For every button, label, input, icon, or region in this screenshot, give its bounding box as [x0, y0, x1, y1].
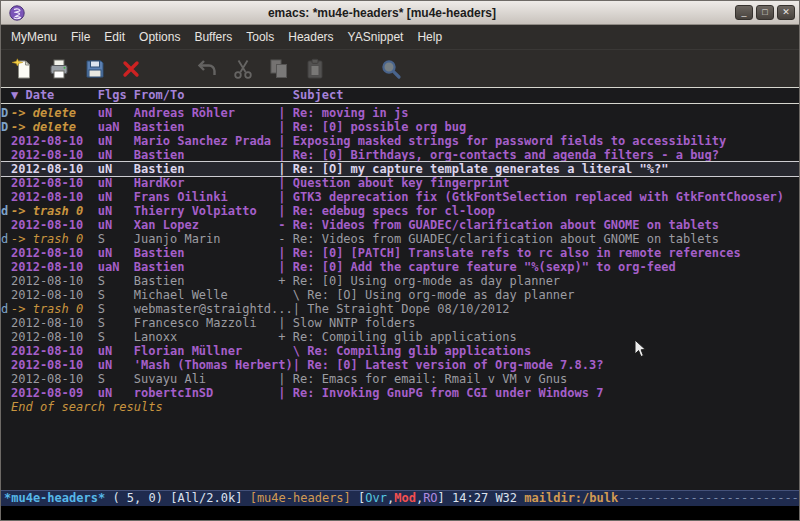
titlebar: emacs: *mu4e-headers* [mu4e-headers] _ □… — [1, 1, 799, 25]
menu-item-options[interactable]: Options — [132, 26, 187, 48]
menu-item-headers[interactable]: Headers — [281, 26, 340, 48]
menu-item-buffers[interactable]: Buffers — [187, 26, 239, 48]
message-date: 2012-08-10 — [11, 274, 98, 288]
message-flags: uN — [98, 344, 134, 358]
message-row[interactable]: d-> trash 0 uN Thierry Volpiatto | Re: e… — [1, 204, 799, 218]
menubar: MyMenuFileEditOptionsBuffersToolsHeaders… — [1, 25, 799, 49]
modeline-filler-dashes: ----------------------------------------… — [618, 491, 799, 505]
message-flags: uN — [98, 204, 134, 218]
close-buffer-button[interactable] — [113, 53, 149, 85]
message-flags: uaN — [98, 120, 134, 134]
menu-item-file[interactable]: File — [64, 26, 97, 48]
message-from: Suvayu Ali — [134, 372, 279, 386]
menu-item-yasnippet[interactable]: YASnippet — [341, 26, 411, 48]
message-date: 2012-08-10 — [11, 316, 98, 330]
print-button[interactable] — [41, 53, 77, 85]
message-from: Bastien — [134, 274, 279, 288]
message-subject: | Re: [O] my capture template generates … — [278, 162, 668, 176]
message-subject: | Re: [0] [PATCH] Translate refs to rc a… — [278, 246, 740, 260]
message-row[interactable]: 2012-08-10 uN 'Mash (Thomas Herbert)| Re… — [1, 358, 799, 372]
message-row[interactable]: 2012-08-10 uaN Bastien | Re: [0] Add the… — [1, 260, 799, 274]
message-row[interactable]: 2012-08-10 uN Bastien | Re: [0] Birthday… — [1, 148, 799, 162]
cut-icon — [231, 57, 255, 81]
message-row[interactable]: D-> delete uaN Bastien | Re: [0] possibl… — [1, 120, 799, 134]
message-row[interactable]: d-> trash 0 S webmaster@straightd...| Th… — [1, 302, 799, 316]
minimize-button[interactable]: _ — [735, 5, 753, 20]
print-icon — [47, 57, 71, 81]
message-flags: S — [98, 302, 134, 316]
message-from: Bastien — [134, 148, 279, 162]
message-flags: uN — [98, 246, 134, 260]
save-button[interactable] — [77, 53, 113, 85]
message-row[interactable]: D-> delete uN Andreas Röhler | Re: movin… — [1, 106, 799, 120]
copy-button — [261, 53, 297, 85]
message-flags: uN — [98, 218, 134, 232]
headers-buffer[interactable]: D-> delete uN Andreas Röhler | Re: movin… — [1, 104, 799, 490]
undo-button — [189, 53, 225, 85]
modeline-buffer-name: *mu4e-headers* — [4, 491, 105, 505]
message-subject: - Re: Videos from GUADEC/clarification a… — [278, 218, 719, 232]
message-from: Thierry Volpiatto — [134, 204, 279, 218]
modeline-modified-indicator: Mod — [394, 491, 416, 505]
new-file-button[interactable] — [5, 53, 41, 85]
message-row[interactable]: 2012-08-10 S Michael Welle \ Re: [O] Usi… — [1, 288, 799, 302]
message-date: 2012-08-10 — [11, 330, 98, 344]
message-row[interactable]: 2012-08-10 S Suvayu Ali | Re: Emacs for … — [1, 372, 799, 386]
message-row[interactable]: 2012-08-10 uN Mario Sanchez Prada | Expo… — [1, 134, 799, 148]
copy-icon — [267, 57, 291, 81]
message-date: 2012-08-10 — [11, 260, 98, 274]
search-button[interactable] — [373, 53, 409, 85]
column-header-flags[interactable]: Flgs — [98, 88, 134, 102]
menu-item-tools[interactable]: Tools — [239, 26, 281, 48]
column-header-subject[interactable]: Subject — [278, 88, 343, 102]
modeline-maildir: maildir:/bulk — [524, 491, 618, 505]
maximize-button[interactable]: □ — [756, 5, 774, 20]
message-mark: d — [1, 302, 11, 316]
message-row[interactable]: 2012-08-10 uN Bastien | Re: [O] my captu… — [1, 161, 799, 177]
close-button[interactable]: ✕ — [777, 5, 795, 20]
message-mark: d — [1, 204, 11, 218]
message-flags: S — [98, 288, 134, 302]
message-flags: uN — [98, 106, 134, 120]
message-flags: S — [98, 316, 134, 330]
message-row[interactable]: 2012-08-10 S Francesco Mazzoli | Slow NN… — [1, 316, 799, 330]
echo-area — [1, 506, 799, 520]
menu-item-mymenu[interactable]: MyMenu — [4, 26, 64, 48]
message-row[interactable]: 2012-08-10 uN Bastien | Re: [0] [PATCH] … — [1, 246, 799, 260]
message-row[interactable]: 2012-08-10 S Lanoxx + Re: Compiling glib… — [1, 330, 799, 344]
column-header-from[interactable]: From/To — [134, 88, 279, 102]
menu-item-help[interactable]: Help — [410, 26, 449, 48]
message-row[interactable]: d-> trash 0 S Juanjo Marin - Re: Videos … — [1, 232, 799, 246]
message-subject: | Slow NNTP folders — [278, 316, 415, 330]
message-from: Bastien — [134, 246, 279, 260]
message-row[interactable]: 2012-08-10 S Bastien + Re: [0] Using org… — [1, 274, 799, 288]
toolbar — [1, 49, 799, 87]
message-flags: uN — [98, 190, 134, 204]
undo-icon — [195, 57, 219, 81]
modeline-readonly-indicator: RO — [423, 491, 437, 505]
message-date: 2012-08-10 — [11, 162, 98, 176]
message-subject: | Question about key fingerprint — [278, 176, 509, 190]
menu-item-edit[interactable]: Edit — [97, 26, 132, 48]
message-from: 'Mash (Thomas Herbert) — [134, 358, 293, 372]
message-flags: uN — [98, 148, 134, 162]
message-row[interactable]: 2012-08-09 uN robertcInSD | Re: Invoking… — [1, 386, 799, 400]
message-row[interactable]: 2012-08-10 uN HardKor | Question about k… — [1, 176, 799, 190]
message-date: -> delete — [11, 106, 98, 120]
message-subject: \ Re: [O] Using org-mode as day planner — [278, 288, 574, 302]
message-flags: uN — [98, 162, 134, 176]
message-row[interactable]: 2012-08-10 uN Florian Müllner \ Re: Comp… — [1, 344, 799, 358]
message-date: -> trash 0 — [11, 232, 98, 246]
modeline-cursor-position: ( 5, 0) — [105, 491, 170, 505]
message-subject: | Exposing masked strings for password f… — [278, 134, 726, 148]
message-subject: | Re: edebug specs for cl-loop — [278, 204, 495, 218]
message-date: -> delete — [11, 120, 98, 134]
modeline-bracket-close: ] — [438, 491, 452, 505]
column-header-date[interactable]: ▼ Date — [11, 88, 98, 102]
message-flags: uN — [98, 134, 134, 148]
message-date: 2012-08-10 — [11, 288, 98, 302]
message-row[interactable]: 2012-08-10 uN Frans Oilinki | GTK3 depre… — [1, 190, 799, 204]
message-from: Bastien — [134, 120, 279, 134]
message-from: Xan Lopez — [134, 218, 279, 232]
message-row[interactable]: 2012-08-10 uN Xan Lopez - Re: Videos fro… — [1, 218, 799, 232]
